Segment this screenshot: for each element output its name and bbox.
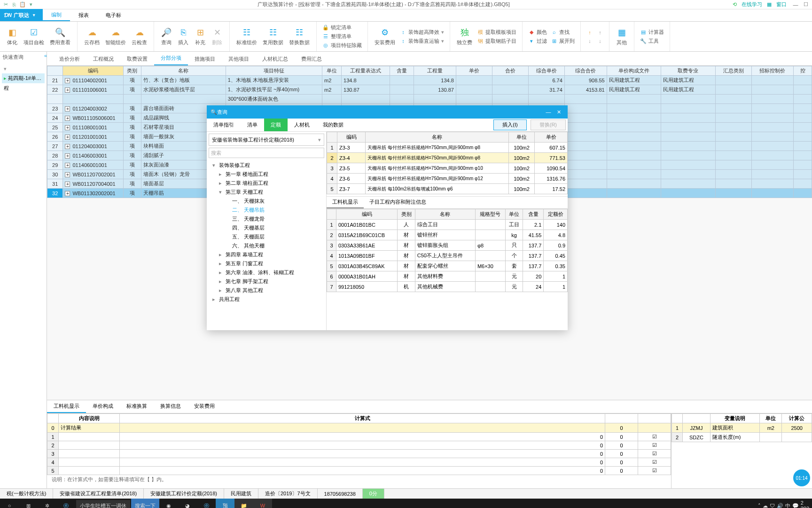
sub-tab-1[interactable]: 子目工程内容和附注信息 [364, 197, 432, 208]
rbtn-independent[interactable]: 独独立费 [454, 25, 475, 48]
status-doc[interactable]: 造价〔2019〕7号文 [258, 489, 318, 499]
rbtn-cloudsave[interactable]: ☁云存档 [81, 25, 102, 48]
replace-button[interactable]: 替换(R) [531, 119, 566, 130]
tree-node[interactable]: ▸第八章 其他工程 [210, 286, 323, 295]
insert-button[interactable]: 插入(I) [493, 119, 526, 130]
dialog-tab-3[interactable]: 人材机 [288, 119, 316, 131]
app-wps-icon[interactable]: W [253, 499, 272, 508]
var-row[interactable]: 2SDZC隧道长度(m) [672, 433, 812, 442]
rbtn-filter[interactable]: ▾过滤 [526, 37, 549, 45]
bottom-tab-3[interactable]: 换算信息 [154, 400, 187, 413]
tree-node[interactable]: ▾装饰装修工程 [210, 161, 323, 170]
col-header[interactable]: 综合合价 [564, 66, 607, 76]
detail-row[interactable]: 7991218050机其他机械费元241 [327, 282, 568, 292]
tray-ime-icon[interactable]: 中 [785, 502, 790, 508]
rbtn-superhigh[interactable]: ↕装饰超高降效 ▾ [398, 28, 446, 36]
calc-row[interactable]: 300☑ [47, 450, 671, 458]
tray[interactable]: ˄ ☁ 🛡 🔊 中 💬 2202 [755, 500, 812, 508]
tree-node[interactable]: 三、 天棚龙骨 [210, 214, 323, 223]
col-header[interactable]: 汇总类别 [715, 66, 751, 76]
col-header[interactable]: 单位 [322, 66, 342, 76]
tree-item-sub[interactable]: 程 [2, 83, 45, 93]
task-view-button[interactable]: ⊞ [19, 499, 38, 508]
tree-item-project[interactable]: ▸苑四期-1#单… [2, 73, 45, 83]
app-edge-icon[interactable]: ⓔ [197, 499, 216, 508]
rbtn-find[interactable]: ⌕查找 [549, 28, 577, 36]
rbtn-up2[interactable]: ↑ [595, 29, 605, 36]
rbtn-extractrebar[interactable]: 钢提取钢筋子目 [475, 37, 518, 45]
rbtn-integration[interactable]: ◧体化 [4, 25, 21, 48]
status-buildtype[interactable]: 民用建筑 [224, 489, 258, 499]
bottom-tab-1[interactable]: 单价构成 [86, 400, 120, 413]
rbtn-smartprice[interactable]: ☁智能组价 [102, 25, 129, 48]
nav-tab-5[interactable]: 其他项目 [222, 53, 256, 65]
app-pinwheel-icon[interactable]: ✲ [38, 499, 56, 508]
dialog-minimize-button[interactable]: ― [543, 109, 554, 115]
detail-row[interactable]: 30303A33B61AE材镀锌膨胀头组φ8只137.70.9 [327, 240, 568, 251]
tray-volume-icon[interactable]: 🔊 [777, 503, 783, 508]
col-header[interactable]: 项目特征 [226, 66, 322, 76]
grid-icon[interactable]: ▦ [767, 1, 772, 8]
rbtn-tools[interactable]: 🔧工具 [638, 37, 666, 45]
rbtn-down[interactable]: ↓ [585, 37, 595, 45]
app-sogou-icon[interactable]: ◉ [159, 499, 178, 508]
dialog-tab-0[interactable]: 清单指引 [207, 119, 241, 131]
table-row[interactable]: 21+ 011104002001项竹、木（复合）地板1、木地板 木地板悬浮安装m… [47, 76, 812, 85]
dialog-search-input[interactable]: 搜索 [209, 148, 324, 158]
ie-icon[interactable]: ⓔ [56, 499, 75, 508]
table-row[interactable]: 22+ 011101006001项水泥砂浆楼地面找平层1、水泥砂浆找平层 ~厚4… [47, 85, 812, 95]
bottom-tab-4[interactable]: 安装费用 [187, 400, 221, 413]
rbtn-hidefeature[interactable]: ◎项目特征除藏 [320, 41, 364, 49]
rbtn-locklist[interactable]: 🔒锁定清单 [320, 24, 364, 32]
list-item[interactable]: 4Z3-6天棚吊筋 每付丝杆吊筋规格H=750mm,间距900mm φ12100… [327, 174, 568, 184]
tray-cloud-icon[interactable]: ☁ [763, 503, 768, 508]
online-study-link[interactable]: 在线学习 [742, 1, 762, 8]
tree-node[interactable]: ▸第六章 油漆、涂料、裱糊工程 [210, 268, 323, 277]
rbtn-extracttpl[interactable]: 模提取模板项目 [475, 28, 518, 36]
list-item[interactable]: 5Z3-7天棚吊筋 每100m2吊筋每增减100mm φ6100m217.52 [327, 184, 568, 194]
taskbar-search[interactable]: 小学生吐槽五一调休 [76, 500, 130, 508]
tree-node[interactable]: ▸第七章 脚手架工程 [210, 277, 323, 286]
col-header[interactable]: 含量 [390, 66, 414, 76]
refresh-icon[interactable]: ⟲ [733, 1, 737, 8]
col-header[interactable] [47, 66, 63, 76]
col-header[interactable]: 编码 [63, 66, 123, 76]
tray-notif-icon[interactable]: 💬 [792, 503, 799, 508]
detail-row[interactable]: 10001A01B01BC人综合工日工日2.1140 [327, 220, 568, 230]
dialog-tab-2[interactable]: 定额 [264, 119, 288, 131]
status-score[interactable]: 0分 [363, 489, 384, 499]
cut-icon[interactable]: ✂ [2, 1, 9, 8]
detail-row[interactable]: 60000A31B01AH材其他材料费元201 [327, 271, 568, 282]
col-header[interactable]: 取费专业 [661, 66, 715, 76]
rbtn-delete[interactable]: ✕删除 [209, 25, 226, 48]
rbtn-color[interactable]: ◆颜色 [526, 28, 549, 36]
rbtn-stdprice[interactable]: ☷标准组价 [234, 25, 260, 48]
nav-tab-4[interactable]: 措施项目 [188, 53, 222, 65]
rbtn-sortlist[interactable]: ☰整理清单 [320, 32, 364, 40]
list-item[interactable]: 3Z3-5天棚吊筋 每付丝杆吊筋规格H=750mm,间距900mm φ10100… [327, 163, 568, 174]
nav-tab-7[interactable]: 费用汇总 [295, 53, 328, 65]
var-row[interactable]: 1JZMJ建筑面积m22500 [672, 423, 812, 433]
col-header[interactable]: 合价 [492, 66, 528, 76]
status-phone[interactable]: 18705698238 [318, 489, 363, 499]
nav-tab-0[interactable]: 造价分析 [53, 53, 86, 65]
status-tax[interactable]: 税(一般计税方法) [0, 489, 53, 499]
minimize-button[interactable]: ― [791, 2, 800, 8]
rbtn-insert[interactable]: ⎘插入 [175, 25, 192, 48]
tree-node[interactable]: ▸第一章 楼地面工程 [210, 170, 323, 179]
rbtn-vertical[interactable]: ↕装饰垂直运输 ▾ [398, 37, 446, 45]
list-item[interactable]: 1Z3-3天棚吊筋 每付丝杆吊筋规格H=750mm,间距900mm φ8100m… [327, 143, 568, 153]
tree-node[interactable]: ▸共用工程 [210, 295, 323, 304]
list-item[interactable]: 2Z3-4天棚吊筋 每付丝杆吊筋规格H=750mm,间距900mm φ8100m… [327, 153, 568, 163]
col-header[interactable]: 综合单价 [528, 66, 564, 76]
nav-tab-3[interactable]: 分部分项 [154, 52, 188, 65]
dialog-titlebar[interactable]: 🔍 查询 ― ✕ [207, 105, 568, 119]
rbtn-down2[interactable]: ↓ [595, 37, 605, 45]
rbtn-installcost[interactable]: ⚙安装费用 [372, 25, 398, 48]
calc-row[interactable]: 200☑ [47, 441, 671, 450]
caret-down-icon[interactable]: ▾ [27, 1, 35, 8]
dialog-tree[interactable]: ▾装饰装修工程▸第一章 楼地面工程▸第二章 墙柱面工程▾第三章 天棚工程一、 天… [207, 160, 326, 330]
tree-node[interactable]: 六、 其他天棚 [210, 241, 323, 250]
detail-row[interactable]: 20315A21B69C01CB材镀锌丝杆kg41.554.8 [327, 230, 568, 240]
rbtn-up[interactable]: ↑ [585, 29, 595, 36]
